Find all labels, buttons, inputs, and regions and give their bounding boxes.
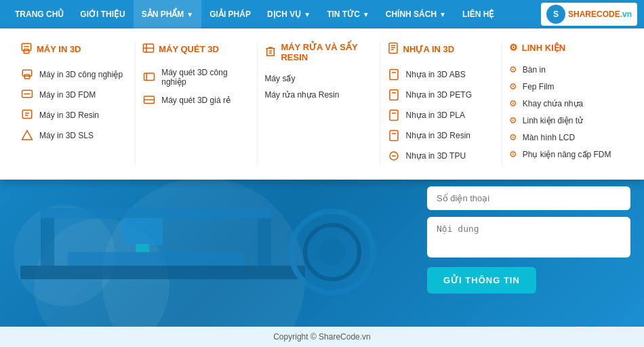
printer-small-icon <box>20 108 34 122</box>
col-title-mayIn3D: MÁY IN 3D <box>20 42 128 56</box>
nav-item-giaiphap[interactable]: GIẢI PHÁP <box>201 0 259 28</box>
dropdown-item[interactable]: Máy rửa nhựa Resin <box>264 87 372 103</box>
dropdown-col-mayQuat3D: MÁY QUÉT 3D Máy quét 3D công nghiệp Máy … <box>136 42 258 166</box>
printer-small-icon <box>20 88 34 102</box>
svg-rect-36 <box>20 266 305 279</box>
dropdown-col-mayRua: MÁY RỬA VÀ SẤY RESIN Máy sấy Máy rửa nhự… <box>258 42 380 166</box>
dropdown-col-linhkien: ⚙ LINH KIỆN ⚙ Bàn in ⚙ Fep Film ⚙ Khay c… <box>502 42 624 166</box>
gear-icon: ⚙ <box>509 81 517 91</box>
dropdown-item[interactable]: Nhựa in 3D PLA <box>387 105 495 125</box>
machine-illustration <box>0 171 393 306</box>
scanner-icon <box>142 42 155 56</box>
gear-icon: ⚙ <box>509 149 517 159</box>
svg-rect-26 <box>390 70 398 80</box>
filament-icon <box>387 42 399 56</box>
svg-marker-12 <box>22 131 33 140</box>
dropdown-item[interactable]: Nhựa in 3D Resin <box>387 125 495 146</box>
dropdown-item[interactable]: Máy quét 3D giá rẻ <box>142 90 250 110</box>
svg-rect-40 <box>122 218 163 245</box>
svg-rect-30 <box>390 110 398 121</box>
wash-icon <box>264 45 277 60</box>
filament-small-icon <box>387 129 401 142</box>
col-title-mayQuat3D: MÁY QUÉT 3D <box>142 42 250 56</box>
filament-small-icon <box>387 149 401 163</box>
logo-name: SHARECODE.vn <box>568 9 632 19</box>
dropdown-item[interactable]: Máy in 3D công nghiệp <box>20 64 128 85</box>
nav-item-trangchu[interactable]: TRANG CHỦ <box>7 0 72 28</box>
chevron-down-icon: ▼ <box>304 11 310 18</box>
nav-item-chinhsach[interactable]: CHÍNH SÁCH ▼ <box>378 0 454 28</box>
gear-icon: ⚙ <box>509 115 517 125</box>
gear-icon: ⚙ <box>509 98 517 108</box>
svg-rect-39 <box>41 208 271 218</box>
nav-item-gioithieu[interactable]: GIỚI THIỆU <box>72 0 133 28</box>
scanner-small-icon <box>142 94 156 107</box>
logo-icon: S <box>546 5 565 24</box>
filament-small-icon <box>387 88 401 102</box>
filament-small-icon <box>387 68 401 81</box>
gear-icon: ⚙ <box>509 64 517 75</box>
logo-text-group: SHARECODE.vn <box>568 9 632 19</box>
col-title-mayRua: MÁY RỬA VÀ SẤY RESIN <box>264 42 372 62</box>
dropdown-item[interactable]: Máy in 3D SLS <box>20 125 128 146</box>
nav-item-sanpham[interactable]: SẢN PHẨM ▼ <box>134 0 202 28</box>
printer-icon <box>20 42 33 56</box>
chevron-down-icon: ▼ <box>186 11 193 18</box>
dropdown-item[interactable]: Máy in 3D Resin <box>20 105 128 125</box>
svg-rect-16 <box>144 73 155 81</box>
chevron-down-icon: ▼ <box>439 11 446 18</box>
svg-rect-37 <box>41 211 54 266</box>
dropdown-item[interactable]: Nhựa in 3D ABS <box>387 64 495 85</box>
svg-rect-9 <box>22 110 32 119</box>
nav-item-tintuc[interactable]: TIN TỨC ▼ <box>319 0 378 28</box>
svg-rect-38 <box>258 211 271 266</box>
message-textarea[interactable] <box>427 217 630 258</box>
dropdown-item[interactable]: Máy sấy <box>264 70 372 87</box>
filament-small-icon <box>387 108 401 122</box>
chevron-down-icon: ▼ <box>363 11 369 18</box>
dropdown-col-mayIn3D: MÁY IN 3D Máy in 3D công nghiệp Máy in 3… <box>14 42 136 166</box>
dropdown-item[interactable]: ⚙ Fep Film <box>509 78 617 95</box>
dropdown-col-nhua3D: NHỰA IN 3D Nhựa in 3D ABS Nhựa in 3D PET… <box>380 42 502 166</box>
svg-text:S: S <box>553 9 559 19</box>
dropdown-item[interactable]: ⚙ Màn hình LCD <box>509 129 617 146</box>
svg-rect-42 <box>68 252 244 266</box>
dropdown-item[interactable]: ⚙ Linh kiện điện tử <box>509 112 617 129</box>
submit-button[interactable]: GỬI THÔNG TIN <box>427 267 536 293</box>
phone-input[interactable] <box>427 186 630 210</box>
printer-small-icon <box>20 68 34 81</box>
printer-small-icon <box>20 129 34 142</box>
dropdown-item[interactable]: ⚙ Bàn in <box>509 61 617 78</box>
nav-item-lienhe[interactable]: LIÊN HỆ <box>454 0 502 28</box>
gear-icon: ⚙ <box>509 132 517 142</box>
footer: Copyright © ShareCode.vn <box>0 327 644 347</box>
nav-item-dichvu[interactable]: DỊCH VỤ ▼ <box>259 0 319 28</box>
dropdown-item[interactable]: Máy in 3D FDM <box>20 85 128 105</box>
dropdown-item[interactable]: ⚙ Khay chứa nhựa <box>509 95 617 112</box>
nav-items: TRANG CHỦ GIỚI THIỆU SẢN PHẨM ▼ GIẢI PHÁ… <box>7 0 541 28</box>
dropdown-item[interactable]: Nhựa in 3D TPU <box>387 146 495 166</box>
svg-rect-28 <box>390 90 398 100</box>
dropdown-item[interactable]: ⚙ Phụ kiện nâng cấp FDM <box>509 146 617 163</box>
col-title-linhkien: ⚙ LINH KIỆN <box>509 42 617 53</box>
site-logo[interactable]: S SHARECODE.vn <box>541 3 637 26</box>
svg-rect-5 <box>22 70 32 76</box>
col-title-nhua3D: NHỰA IN 3D <box>387 42 495 56</box>
dropdown-item[interactable]: Máy quét 3D công nghiệp <box>142 64 250 90</box>
svg-rect-32 <box>390 131 398 141</box>
gear-icon: ⚙ <box>509 42 518 53</box>
navbar: TRANG CHỦ GIỚI THIỆU SẢN PHẨM ▼ GIẢI PHÁ… <box>0 0 644 28</box>
scanner-small-icon <box>142 70 156 84</box>
svg-point-45 <box>319 239 346 266</box>
mega-dropdown: MÁY IN 3D Máy in 3D công nghiệp Máy in 3… <box>0 28 644 180</box>
dropdown-item[interactable]: Nhựa in 3D PETG <box>387 85 495 105</box>
copyright-text: Copyright © ShareCode.vn <box>273 332 371 342</box>
